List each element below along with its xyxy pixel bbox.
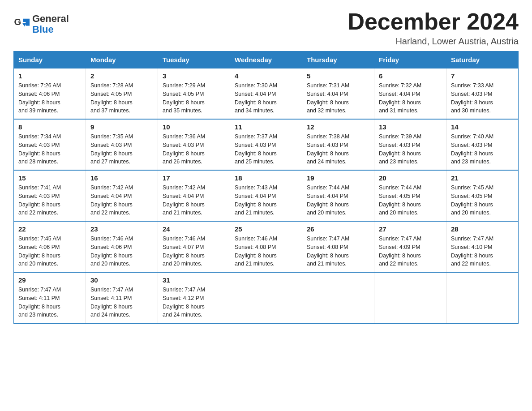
day-number: 30	[90, 276, 153, 284]
day-info: Sunrise: 7:47 AMSunset: 4:12 PMDaylight:…	[163, 286, 225, 319]
calendar-cell: 24Sunrise: 7:46 AMSunset: 4:07 PMDayligh…	[158, 221, 230, 272]
calendar-cell: 22Sunrise: 7:45 AMSunset: 4:06 PMDayligh…	[14, 221, 86, 272]
day-info: Sunrise: 7:47 AMSunset: 4:08 PMDaylight:…	[307, 235, 369, 268]
week-row-2: 8Sunrise: 7:34 AMSunset: 4:03 PMDaylight…	[14, 119, 519, 170]
calendar-cell: 1Sunrise: 7:26 AMSunset: 4:06 PMDaylight…	[14, 68, 86, 120]
calendar-cell: 10Sunrise: 7:36 AMSunset: 4:03 PMDayligh…	[158, 119, 230, 170]
calendar-cell: 17Sunrise: 7:42 AMSunset: 4:04 PMDayligh…	[158, 170, 230, 221]
day-info: Sunrise: 7:35 AMSunset: 4:03 PMDaylight:…	[90, 133, 153, 166]
day-info: Sunrise: 7:46 AMSunset: 4:06 PMDaylight:…	[90, 235, 153, 268]
calendar-cell: 18Sunrise: 7:43 AMSunset: 4:04 PMDayligh…	[230, 170, 302, 221]
header-friday: Friday	[374, 51, 446, 68]
day-info: Sunrise: 7:39 AMSunset: 4:03 PMDaylight:…	[379, 133, 442, 166]
day-info: Sunrise: 7:42 AMSunset: 4:04 PMDaylight:…	[90, 184, 153, 217]
calendar-cell: 9Sunrise: 7:35 AMSunset: 4:03 PMDaylight…	[86, 119, 158, 170]
day-info: Sunrise: 7:47 AMSunset: 4:09 PMDaylight:…	[379, 235, 442, 268]
calendar-cell: 15Sunrise: 7:41 AMSunset: 4:03 PMDayligh…	[14, 170, 86, 221]
day-number: 7	[451, 72, 514, 80]
day-number: 8	[18, 123, 81, 131]
day-number: 31	[163, 276, 225, 284]
calendar-cell: 20Sunrise: 7:44 AMSunset: 4:05 PMDayligh…	[374, 170, 446, 221]
calendar-cell: 19Sunrise: 7:44 AMSunset: 4:04 PMDayligh…	[302, 170, 374, 221]
calendar-cell: 4Sunrise: 7:30 AMSunset: 4:04 PMDaylight…	[230, 68, 302, 120]
day-info: Sunrise: 7:42 AMSunset: 4:04 PMDaylight:…	[163, 184, 225, 217]
calendar-cell	[374, 272, 446, 323]
day-info: Sunrise: 7:32 AMSunset: 4:04 PMDaylight:…	[379, 81, 442, 115]
day-number: 26	[307, 225, 369, 233]
day-number: 5	[307, 72, 369, 80]
calendar-cell: 11Sunrise: 7:37 AMSunset: 4:03 PMDayligh…	[230, 119, 302, 170]
calendar-cell: 28Sunrise: 7:47 AMSunset: 4:10 PMDayligh…	[446, 221, 519, 272]
day-info: Sunrise: 7:44 AMSunset: 4:04 PMDaylight:…	[307, 184, 369, 217]
day-number: 2	[90, 72, 153, 80]
day-info: Sunrise: 7:28 AMSunset: 4:05 PMDaylight:…	[90, 81, 153, 115]
calendar-cell: 8Sunrise: 7:34 AMSunset: 4:03 PMDaylight…	[14, 119, 86, 170]
day-info: Sunrise: 7:37 AMSunset: 4:03 PMDaylight:…	[235, 133, 297, 166]
calendar-cell: 3Sunrise: 7:29 AMSunset: 4:05 PMDaylight…	[158, 68, 230, 120]
day-number: 1	[18, 72, 81, 80]
day-info: Sunrise: 7:45 AMSunset: 4:05 PMDaylight:…	[451, 184, 514, 217]
day-number: 18	[235, 174, 297, 182]
calendar-cell: 12Sunrise: 7:38 AMSunset: 4:03 PMDayligh…	[302, 119, 374, 170]
day-info: Sunrise: 7:47 AMSunset: 4:11 PMDaylight:…	[18, 286, 81, 319]
calendar-cell: 13Sunrise: 7:39 AMSunset: 4:03 PMDayligh…	[374, 119, 446, 170]
calendar-cell: 5Sunrise: 7:31 AMSunset: 4:04 PMDaylight…	[302, 68, 374, 120]
calendar-cell: 30Sunrise: 7:47 AMSunset: 4:11 PMDayligh…	[86, 272, 158, 323]
day-info: Sunrise: 7:47 AMSunset: 4:10 PMDaylight:…	[451, 235, 514, 268]
day-info: Sunrise: 7:26 AMSunset: 4:06 PMDaylight:…	[18, 81, 81, 115]
day-number: 27	[379, 225, 442, 233]
day-info: Sunrise: 7:43 AMSunset: 4:04 PMDaylight:…	[235, 184, 297, 217]
logo-text: General Blue	[32, 13, 69, 35]
day-number: 3	[163, 72, 225, 80]
day-number: 28	[451, 225, 514, 233]
day-number: 16	[90, 174, 153, 182]
header-saturday: Saturday	[446, 51, 519, 68]
day-info: Sunrise: 7:29 AMSunset: 4:05 PMDaylight:…	[163, 81, 225, 115]
day-info: Sunrise: 7:40 AMSunset: 4:03 PMDaylight:…	[451, 133, 514, 166]
day-number: 10	[163, 123, 225, 131]
logo: G General Blue	[13, 13, 69, 35]
day-number: 4	[235, 72, 297, 80]
calendar-cell: 23Sunrise: 7:46 AMSunset: 4:06 PMDayligh…	[86, 221, 158, 272]
header-monday: Monday	[86, 51, 158, 68]
logo-icon: G	[13, 16, 30, 32]
day-number: 13	[379, 123, 442, 131]
title-section: December 2024 Harland, Lower Austria, Au…	[348, 9, 519, 47]
header-sunday: Sunday	[14, 51, 86, 68]
logo-blue: Blue	[32, 24, 54, 35]
calendar-cell: 27Sunrise: 7:47 AMSunset: 4:09 PMDayligh…	[374, 221, 446, 272]
calendar-cell: 25Sunrise: 7:46 AMSunset: 4:08 PMDayligh…	[230, 221, 302, 272]
calendar-cell	[302, 272, 374, 323]
calendar-cell: 7Sunrise: 7:33 AMSunset: 4:03 PMDaylight…	[446, 68, 519, 120]
day-number: 23	[90, 225, 153, 233]
header-thursday: Thursday	[302, 51, 374, 68]
day-info: Sunrise: 7:41 AMSunset: 4:03 PMDaylight:…	[18, 184, 81, 217]
week-row-4: 22Sunrise: 7:45 AMSunset: 4:06 PMDayligh…	[14, 221, 519, 272]
calendar-cell: 29Sunrise: 7:47 AMSunset: 4:11 PMDayligh…	[14, 272, 86, 323]
week-row-3: 15Sunrise: 7:41 AMSunset: 4:03 PMDayligh…	[14, 170, 519, 221]
day-number: 24	[163, 225, 225, 233]
day-info: Sunrise: 7:47 AMSunset: 4:11 PMDaylight:…	[90, 286, 153, 319]
week-row-1: 1Sunrise: 7:26 AMSunset: 4:06 PMDaylight…	[14, 68, 519, 120]
calendar-table: SundayMondayTuesdayWednesdayThursdayFrid…	[13, 51, 519, 324]
day-info: Sunrise: 7:30 AMSunset: 4:04 PMDaylight:…	[235, 81, 297, 115]
day-number: 14	[451, 123, 514, 131]
day-info: Sunrise: 7:34 AMSunset: 4:03 PMDaylight:…	[18, 133, 81, 166]
location: Harland, Lower Austria, Austria	[348, 36, 519, 47]
calendar-cell	[446, 272, 519, 323]
day-number: 12	[307, 123, 369, 131]
day-number: 6	[379, 72, 442, 80]
calendar-cell: 26Sunrise: 7:47 AMSunset: 4:08 PMDayligh…	[302, 221, 374, 272]
week-row-5: 29Sunrise: 7:47 AMSunset: 4:11 PMDayligh…	[14, 272, 519, 323]
month-title: December 2024	[348, 9, 519, 34]
calendar-cell: 14Sunrise: 7:40 AMSunset: 4:03 PMDayligh…	[446, 119, 519, 170]
day-number: 15	[18, 174, 81, 182]
calendar-cell: 2Sunrise: 7:28 AMSunset: 4:05 PMDaylight…	[86, 68, 158, 120]
day-number: 21	[451, 174, 514, 182]
calendar-cell: 31Sunrise: 7:47 AMSunset: 4:12 PMDayligh…	[158, 272, 230, 323]
day-info: Sunrise: 7:33 AMSunset: 4:03 PMDaylight:…	[451, 81, 514, 115]
day-number: 19	[307, 174, 369, 182]
day-info: Sunrise: 7:45 AMSunset: 4:06 PMDaylight:…	[18, 235, 81, 268]
logo-general: General	[32, 13, 69, 24]
header-tuesday: Tuesday	[158, 51, 230, 68]
